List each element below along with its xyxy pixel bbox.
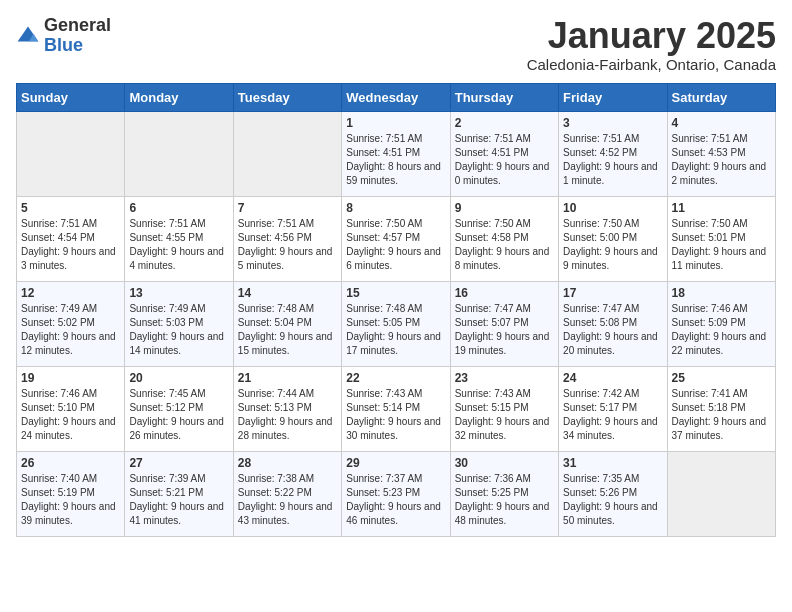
logo-text: General Blue — [44, 16, 111, 56]
calendar-cell: 4Sunrise: 7:51 AM Sunset: 4:53 PM Daylig… — [667, 111, 775, 196]
day-info: Sunrise: 7:46 AM Sunset: 5:10 PM Dayligh… — [21, 387, 120, 443]
calendar-cell: 28Sunrise: 7:38 AM Sunset: 5:22 PM Dayli… — [233, 451, 341, 536]
day-number: 20 — [129, 371, 228, 385]
day-info: Sunrise: 7:51 AM Sunset: 4:53 PM Dayligh… — [672, 132, 771, 188]
header-cell-monday: Monday — [125, 83, 233, 111]
day-number: 31 — [563, 456, 662, 470]
day-number: 21 — [238, 371, 337, 385]
day-number: 4 — [672, 116, 771, 130]
day-number: 18 — [672, 286, 771, 300]
day-number: 17 — [563, 286, 662, 300]
calendar-cell: 14Sunrise: 7:48 AM Sunset: 5:04 PM Dayli… — [233, 281, 341, 366]
calendar-cell: 3Sunrise: 7:51 AM Sunset: 4:52 PM Daylig… — [559, 111, 667, 196]
day-info: Sunrise: 7:35 AM Sunset: 5:26 PM Dayligh… — [563, 472, 662, 528]
day-info: Sunrise: 7:50 AM Sunset: 4:57 PM Dayligh… — [346, 217, 445, 273]
calendar-cell: 26Sunrise: 7:40 AM Sunset: 5:19 PM Dayli… — [17, 451, 125, 536]
calendar-cell: 5Sunrise: 7:51 AM Sunset: 4:54 PM Daylig… — [17, 196, 125, 281]
day-info: Sunrise: 7:39 AM Sunset: 5:21 PM Dayligh… — [129, 472, 228, 528]
day-number: 22 — [346, 371, 445, 385]
day-info: Sunrise: 7:45 AM Sunset: 5:12 PM Dayligh… — [129, 387, 228, 443]
day-number: 7 — [238, 201, 337, 215]
calendar-cell: 31Sunrise: 7:35 AM Sunset: 5:26 PM Dayli… — [559, 451, 667, 536]
day-number: 12 — [21, 286, 120, 300]
logo-blue: Blue — [44, 36, 111, 56]
week-row-4: 19Sunrise: 7:46 AM Sunset: 5:10 PM Dayli… — [17, 366, 776, 451]
day-number: 5 — [21, 201, 120, 215]
calendar-cell — [667, 451, 775, 536]
calendar-cell: 9Sunrise: 7:50 AM Sunset: 4:58 PM Daylig… — [450, 196, 558, 281]
calendar-cell: 11Sunrise: 7:50 AM Sunset: 5:01 PM Dayli… — [667, 196, 775, 281]
day-number: 13 — [129, 286, 228, 300]
day-number: 9 — [455, 201, 554, 215]
header-cell-wednesday: Wednesday — [342, 83, 450, 111]
calendar-cell: 27Sunrise: 7:39 AM Sunset: 5:21 PM Dayli… — [125, 451, 233, 536]
header-cell-friday: Friday — [559, 83, 667, 111]
day-number: 28 — [238, 456, 337, 470]
header-cell-saturday: Saturday — [667, 83, 775, 111]
day-info: Sunrise: 7:42 AM Sunset: 5:17 PM Dayligh… — [563, 387, 662, 443]
day-number: 27 — [129, 456, 228, 470]
calendar-cell — [233, 111, 341, 196]
calendar-cell: 30Sunrise: 7:36 AM Sunset: 5:25 PM Dayli… — [450, 451, 558, 536]
calendar-cell: 17Sunrise: 7:47 AM Sunset: 5:08 PM Dayli… — [559, 281, 667, 366]
day-number: 14 — [238, 286, 337, 300]
day-info: Sunrise: 7:38 AM Sunset: 5:22 PM Dayligh… — [238, 472, 337, 528]
calendar-cell: 13Sunrise: 7:49 AM Sunset: 5:03 PM Dayli… — [125, 281, 233, 366]
day-number: 6 — [129, 201, 228, 215]
calendar-cell: 12Sunrise: 7:49 AM Sunset: 5:02 PM Dayli… — [17, 281, 125, 366]
day-info: Sunrise: 7:50 AM Sunset: 5:00 PM Dayligh… — [563, 217, 662, 273]
page-header: General Blue January 2025 Caledonia-Fair… — [16, 16, 776, 73]
day-number: 8 — [346, 201, 445, 215]
day-number: 3 — [563, 116, 662, 130]
calendar-table: SundayMondayTuesdayWednesdayThursdayFrid… — [16, 83, 776, 537]
location-title: Caledonia-Fairbank, Ontario, Canada — [527, 56, 776, 73]
week-row-3: 12Sunrise: 7:49 AM Sunset: 5:02 PM Dayli… — [17, 281, 776, 366]
day-info: Sunrise: 7:40 AM Sunset: 5:19 PM Dayligh… — [21, 472, 120, 528]
calendar-cell — [17, 111, 125, 196]
day-number: 26 — [21, 456, 120, 470]
day-info: Sunrise: 7:46 AM Sunset: 5:09 PM Dayligh… — [672, 302, 771, 358]
day-info: Sunrise: 7:36 AM Sunset: 5:25 PM Dayligh… — [455, 472, 554, 528]
calendar-cell: 16Sunrise: 7:47 AM Sunset: 5:07 PM Dayli… — [450, 281, 558, 366]
calendar-cell: 7Sunrise: 7:51 AM Sunset: 4:56 PM Daylig… — [233, 196, 341, 281]
week-row-1: 1Sunrise: 7:51 AM Sunset: 4:51 PM Daylig… — [17, 111, 776, 196]
header-cell-sunday: Sunday — [17, 83, 125, 111]
calendar-cell: 29Sunrise: 7:37 AM Sunset: 5:23 PM Dayli… — [342, 451, 450, 536]
calendar-cell — [125, 111, 233, 196]
day-number: 25 — [672, 371, 771, 385]
day-info: Sunrise: 7:51 AM Sunset: 4:56 PM Dayligh… — [238, 217, 337, 273]
calendar-cell: 15Sunrise: 7:48 AM Sunset: 5:05 PM Dayli… — [342, 281, 450, 366]
day-info: Sunrise: 7:43 AM Sunset: 5:15 PM Dayligh… — [455, 387, 554, 443]
day-number: 24 — [563, 371, 662, 385]
day-info: Sunrise: 7:51 AM Sunset: 4:55 PM Dayligh… — [129, 217, 228, 273]
calendar-cell: 19Sunrise: 7:46 AM Sunset: 5:10 PM Dayli… — [17, 366, 125, 451]
calendar-cell: 10Sunrise: 7:50 AM Sunset: 5:00 PM Dayli… — [559, 196, 667, 281]
calendar-cell: 22Sunrise: 7:43 AM Sunset: 5:14 PM Dayli… — [342, 366, 450, 451]
month-title: January 2025 — [527, 16, 776, 56]
calendar-cell: 1Sunrise: 7:51 AM Sunset: 4:51 PM Daylig… — [342, 111, 450, 196]
day-number: 10 — [563, 201, 662, 215]
day-number: 2 — [455, 116, 554, 130]
calendar-cell: 25Sunrise: 7:41 AM Sunset: 5:18 PM Dayli… — [667, 366, 775, 451]
day-number: 30 — [455, 456, 554, 470]
day-info: Sunrise: 7:48 AM Sunset: 5:04 PM Dayligh… — [238, 302, 337, 358]
calendar-cell: 21Sunrise: 7:44 AM Sunset: 5:13 PM Dayli… — [233, 366, 341, 451]
day-info: Sunrise: 7:51 AM Sunset: 4:52 PM Dayligh… — [563, 132, 662, 188]
calendar-cell: 8Sunrise: 7:50 AM Sunset: 4:57 PM Daylig… — [342, 196, 450, 281]
day-info: Sunrise: 7:51 AM Sunset: 4:51 PM Dayligh… — [455, 132, 554, 188]
header-cell-tuesday: Tuesday — [233, 83, 341, 111]
calendar-cell: 20Sunrise: 7:45 AM Sunset: 5:12 PM Dayli… — [125, 366, 233, 451]
day-number: 29 — [346, 456, 445, 470]
logo-general: General — [44, 16, 111, 36]
week-row-5: 26Sunrise: 7:40 AM Sunset: 5:19 PM Dayli… — [17, 451, 776, 536]
title-block: January 2025 Caledonia-Fairbank, Ontario… — [527, 16, 776, 73]
day-info: Sunrise: 7:49 AM Sunset: 5:03 PM Dayligh… — [129, 302, 228, 358]
day-info: Sunrise: 7:43 AM Sunset: 5:14 PM Dayligh… — [346, 387, 445, 443]
week-row-2: 5Sunrise: 7:51 AM Sunset: 4:54 PM Daylig… — [17, 196, 776, 281]
header-cell-thursday: Thursday — [450, 83, 558, 111]
day-info: Sunrise: 7:44 AM Sunset: 5:13 PM Dayligh… — [238, 387, 337, 443]
day-info: Sunrise: 7:47 AM Sunset: 5:07 PM Dayligh… — [455, 302, 554, 358]
day-info: Sunrise: 7:41 AM Sunset: 5:18 PM Dayligh… — [672, 387, 771, 443]
day-info: Sunrise: 7:49 AM Sunset: 5:02 PM Dayligh… — [21, 302, 120, 358]
calendar-cell: 6Sunrise: 7:51 AM Sunset: 4:55 PM Daylig… — [125, 196, 233, 281]
